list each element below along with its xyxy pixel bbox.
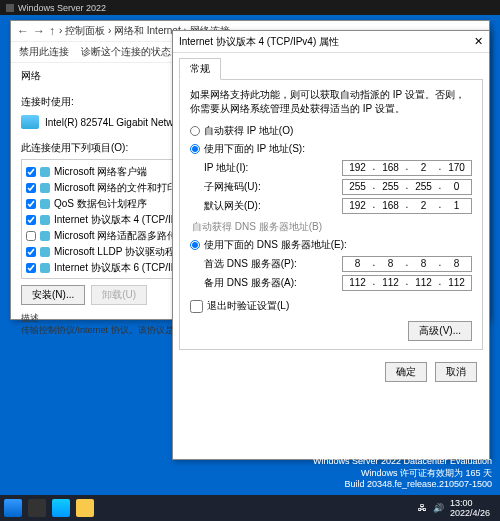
radio-auto-ip-label: 自动获得 IP 地址(O) bbox=[204, 124, 293, 138]
chk-5[interactable] bbox=[26, 247, 36, 257]
explorer-icon[interactable] bbox=[76, 499, 94, 517]
install-button[interactable]: 安装(N)... bbox=[21, 285, 85, 305]
cmd-diagnose[interactable]: 诊断这个连接的状态 bbox=[81, 45, 171, 59]
item-label: Internet 协议版本 4 (TCP/IPv4) bbox=[54, 213, 191, 227]
item-label: Microsoft LLDP 协议驱动程序 bbox=[54, 245, 185, 259]
chk-2[interactable] bbox=[26, 199, 36, 209]
radio-manual-ip-label: 使用下面的 IP 地址(S): bbox=[204, 142, 305, 156]
close-icon[interactable]: ✕ bbox=[474, 35, 483, 48]
dns2-input[interactable]: 112.112.112.112 bbox=[342, 275, 472, 291]
item-label: Microsoft 网络客户端 bbox=[54, 165, 147, 179]
mask-input[interactable]: 255.255.255.0 bbox=[342, 179, 472, 195]
clock-date: 2022/4/26 bbox=[450, 508, 490, 518]
gw-label: 默认网关(D): bbox=[204, 199, 342, 213]
ipv4-info: 如果网络支持此功能，则可以获取自动指派的 IP 设置。否则，你需要从网络系统管理… bbox=[190, 88, 472, 116]
component-icon bbox=[40, 263, 50, 273]
radio-manual-ip[interactable] bbox=[190, 144, 200, 154]
system-tray[interactable]: 🖧 🔊 13:00 2022/4/26 bbox=[418, 498, 496, 518]
component-icon bbox=[40, 183, 50, 193]
edge-icon[interactable] bbox=[52, 499, 70, 517]
radio-manual-dns-label: 使用下面的 DNS 服务器地址(E): bbox=[204, 238, 347, 252]
ipv4-properties-window: Internet 协议版本 4 (TCP/IPv4) 属性 ✕ 常规 如果网络支… bbox=[172, 30, 490, 460]
cancel-button[interactable]: 取消 bbox=[435, 362, 477, 382]
tray-sound-icon[interactable]: 🔊 bbox=[433, 503, 444, 513]
component-icon bbox=[40, 231, 50, 241]
mask-label: 子网掩码(U): bbox=[204, 180, 342, 194]
component-icon bbox=[40, 215, 50, 225]
nic-icon bbox=[21, 115, 39, 129]
clock-time: 13:00 bbox=[450, 498, 490, 508]
chk-3[interactable] bbox=[26, 215, 36, 225]
radio-manual-dns[interactable] bbox=[190, 240, 200, 250]
chk-6[interactable] bbox=[26, 263, 36, 273]
radio-auto-dns-label: 自动获得 DNS 服务器地址(B) bbox=[192, 220, 472, 234]
chk-0[interactable] bbox=[26, 167, 36, 177]
dns1-label: 首选 DNS 服务器(P): bbox=[204, 257, 342, 271]
ip-input[interactable]: 192.168.2.170 bbox=[342, 160, 472, 176]
chk-1[interactable] bbox=[26, 183, 36, 193]
up-icon[interactable]: ↑ bbox=[49, 24, 55, 38]
tray-network-icon[interactable]: 🖧 bbox=[418, 503, 427, 513]
forward-icon[interactable]: → bbox=[33, 24, 45, 38]
dns2-label: 备用 DNS 服务器(A): bbox=[204, 276, 342, 290]
ipv4-title: Internet 协议版本 4 (TCP/IPv4) 属性 bbox=[179, 35, 339, 49]
validate-label: 退出时验证设置(L) bbox=[207, 299, 289, 313]
dns1-input[interactable]: 8.8.8.8 bbox=[342, 256, 472, 272]
ok-button[interactable]: 确定 bbox=[385, 362, 427, 382]
vm-title: Windows Server 2022 bbox=[18, 3, 106, 13]
advanced-button[interactable]: 高级(V)... bbox=[408, 321, 472, 341]
component-icon bbox=[40, 167, 50, 177]
radio-auto-ip[interactable] bbox=[190, 126, 200, 136]
item-label: 链路层拓扑发现响应程序 bbox=[54, 277, 164, 279]
start-icon[interactable] bbox=[4, 499, 22, 517]
tab-general[interactable]: 常规 bbox=[179, 58, 221, 80]
search-icon[interactable] bbox=[28, 499, 46, 517]
ip-label: IP 地址(I): bbox=[204, 161, 342, 175]
gw-input[interactable]: 192.168.2.1 bbox=[342, 198, 472, 214]
item-label: QoS 数据包计划程序 bbox=[54, 197, 147, 211]
validate-checkbox[interactable] bbox=[190, 300, 203, 313]
uninstall-button: 卸载(U) bbox=[91, 285, 147, 305]
component-icon bbox=[40, 199, 50, 209]
back-icon[interactable]: ← bbox=[17, 24, 29, 38]
component-icon bbox=[40, 247, 50, 257]
taskbar: 🖧 🔊 13:00 2022/4/26 bbox=[0, 495, 500, 521]
watermark: Windows Server 2022 Datacenter Evaluatio… bbox=[313, 456, 492, 491]
chk-4[interactable] bbox=[26, 231, 36, 241]
item-label: Internet 协议版本 6 (TCP/IPv6) bbox=[54, 261, 191, 275]
vm-icon bbox=[6, 4, 14, 12]
cmd-disable[interactable]: 禁用此连接 bbox=[19, 45, 69, 59]
vm-titlebar: Windows Server 2022 bbox=[0, 0, 500, 15]
